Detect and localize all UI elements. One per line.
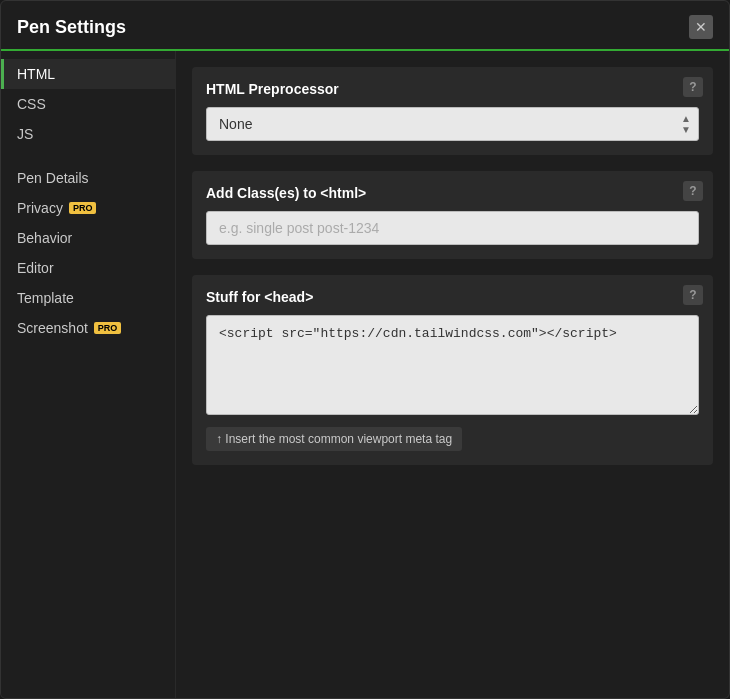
head-stuff-section: ? Stuff for <head> <script src="https://… <box>192 275 713 465</box>
sidebar-item-label: HTML <box>17 66 55 82</box>
preprocessor-help-icon[interactable]: ? <box>683 77 703 97</box>
preprocessor-select-wrapper: None Babel TypeScript CoffeeScript ▲ ▼ <box>206 107 699 141</box>
preprocessor-section: ? HTML Preprocessor None Babel TypeScrip… <box>192 67 713 155</box>
insert-viewport-button[interactable]: ↑ Insert the most common viewport meta t… <box>206 427 462 451</box>
preprocessor-title: HTML Preprocessor <box>206 81 699 97</box>
add-classes-input[interactable] <box>206 211 699 245</box>
sidebar-item-label: Pen Details <box>17 170 89 186</box>
pen-settings-dialog: Pen Settings ✕ HTML CSS JS Pen Details P… <box>0 0 730 699</box>
head-stuff-textarea[interactable]: <script src="https://cdn.tailwindcss.com… <box>206 315 699 415</box>
sidebar-item-label: Privacy <box>17 200 63 216</box>
sidebar-item-label: Behavior <box>17 230 72 246</box>
dialog-body: HTML CSS JS Pen Details Privacy PRO Beha… <box>1 51 729 698</box>
sidebar-item-label: Editor <box>17 260 54 276</box>
sidebar-item-editor[interactable]: Editor <box>1 253 175 283</box>
pro-badge-privacy: PRO <box>69 202 97 214</box>
sidebar-spacer <box>1 149 175 163</box>
add-classes-help-icon[interactable]: ? <box>683 181 703 201</box>
add-classes-section: ? Add Class(es) to <html> <box>192 171 713 259</box>
sidebar-item-privacy[interactable]: Privacy PRO <box>1 193 175 223</box>
sidebar-item-label: Template <box>17 290 74 306</box>
sidebar-item-screenshot[interactable]: Screenshot PRO <box>1 313 175 343</box>
sidebar-item-behavior[interactable]: Behavior <box>1 223 175 253</box>
main-content: ? HTML Preprocessor None Babel TypeScrip… <box>176 51 729 698</box>
pro-badge-screenshot: PRO <box>94 322 122 334</box>
sidebar-item-label: JS <box>17 126 33 142</box>
sidebar-item-css[interactable]: CSS <box>1 89 175 119</box>
sidebar-item-js[interactable]: JS <box>1 119 175 149</box>
close-button[interactable]: ✕ <box>689 15 713 39</box>
head-stuff-title: Stuff for <head> <box>206 289 699 305</box>
preprocessor-select[interactable]: None Babel TypeScript CoffeeScript <box>206 107 699 141</box>
sidebar-item-label: CSS <box>17 96 46 112</box>
add-classes-title: Add Class(es) to <html> <box>206 185 699 201</box>
sidebar-item-html[interactable]: HTML <box>1 59 175 89</box>
head-stuff-help-icon[interactable]: ? <box>683 285 703 305</box>
sidebar: HTML CSS JS Pen Details Privacy PRO Beha… <box>1 51 176 698</box>
sidebar-item-label: Screenshot <box>17 320 88 336</box>
sidebar-item-pen-details[interactable]: Pen Details <box>1 163 175 193</box>
sidebar-item-template[interactable]: Template <box>1 283 175 313</box>
dialog-header: Pen Settings ✕ <box>1 1 729 51</box>
dialog-title: Pen Settings <box>17 17 126 38</box>
